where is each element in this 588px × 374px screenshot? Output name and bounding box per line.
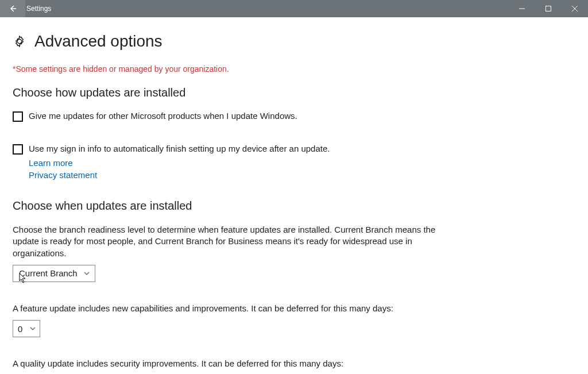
page-title: Advanced options [34,32,163,51]
content-area: Advanced options *Some settings are hidd… [0,17,588,374]
quality-update-description: A quality update includes security impro… [13,358,449,369]
section-heading-install-when: Choose when updates are installed [13,199,575,213]
chevron-down-icon [29,325,36,332]
maximize-button[interactable] [535,0,562,17]
back-button[interactable] [0,0,25,17]
learn-more-link[interactable]: Learn more [29,158,73,168]
maximize-icon [546,6,551,11]
checkbox-row-other-products: Give me updates for other Microsoft prod… [13,111,461,122]
feature-defer-dropdown[interactable]: 0 [13,320,40,337]
minimize-button[interactable] [509,0,535,17]
section-heading-install-how: Choose how updates are installed [13,86,575,99]
window-title: Settings [25,5,51,13]
feature-update-description: A feature update includes new capabiliti… [13,303,449,314]
checkbox-other-products-label: Give me updates for other Microsoft prod… [29,111,297,121]
close-button[interactable] [562,0,588,17]
checkbox-signin-finish-label: Use my sign in info to automatically fin… [29,144,330,153]
back-arrow-icon [8,4,17,13]
branch-readiness-value: Current Branch [19,268,78,278]
checkbox-row-signin-finish: Use my sign in info to automatically fin… [13,144,461,155]
privacy-statement-link[interactable]: Privacy statement [29,170,97,180]
page-header: Advanced options [13,32,575,51]
branch-readiness-description: Choose the branch readiness level to det… [13,224,449,259]
managed-by-org-warning: *Some settings are hidden or managed by … [13,64,575,74]
checkbox-other-products[interactable] [13,111,23,122]
close-icon [572,6,578,11]
chevron-down-icon [83,270,90,277]
checkbox-signin-finish[interactable] [13,144,23,155]
feature-defer-value: 0 [18,324,22,334]
window-titlebar: Settings [0,0,588,17]
minimize-icon [519,6,525,11]
branch-readiness-dropdown[interactable]: Current Branch [13,265,95,282]
svg-rect-2 [546,6,551,11]
gear-icon [13,34,26,48]
